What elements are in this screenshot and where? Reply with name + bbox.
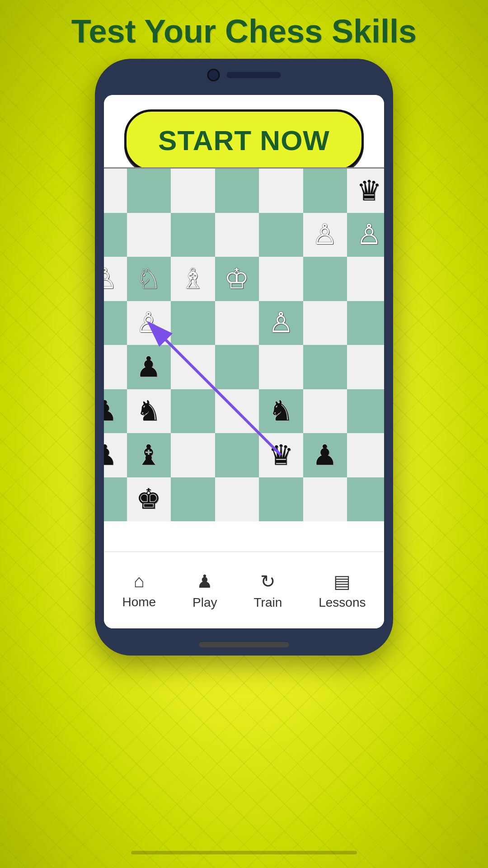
piece-3-4: ♙ bbox=[268, 309, 294, 337]
cell-5-0[interactable]: ♟ bbox=[104, 389, 127, 434]
cell-0-1[interactable] bbox=[127, 169, 171, 213]
cell-1-2[interactable] bbox=[171, 213, 215, 257]
phone-camera bbox=[207, 69, 220, 81]
piece-4-1: ♟ bbox=[136, 353, 161, 381]
cell-7-6[interactable] bbox=[347, 477, 384, 522]
cell-0-3[interactable] bbox=[215, 169, 259, 213]
nav-home[interactable]: ⌂ Home bbox=[122, 571, 156, 609]
cell-5-6[interactable] bbox=[347, 389, 384, 434]
phone-screen: START NOW ♛♜♙♙♙♘♗♔♙♙♟♟♞♞♟♝♛♟♟♚ ⌂ Home ♟ … bbox=[104, 95, 384, 628]
piece-6-1: ♝ bbox=[136, 441, 161, 469]
bottom-navigation: ⌂ Home ♟ Play ↻ Train ▤ Lessons bbox=[104, 552, 384, 628]
cell-4-1[interactable]: ♟ bbox=[127, 345, 171, 389]
nav-train-label: Train bbox=[254, 595, 282, 610]
cell-3-1[interactable]: ♙ bbox=[127, 301, 171, 345]
cell-2-0[interactable]: ♙ bbox=[104, 257, 127, 301]
piece-5-4: ♞ bbox=[268, 397, 294, 425]
page-title: Test Your Chess Skills bbox=[0, 14, 488, 49]
cell-1-5[interactable]: ♙ bbox=[303, 213, 347, 257]
cell-1-1[interactable] bbox=[127, 213, 171, 257]
cell-7-0[interactable] bbox=[104, 477, 127, 522]
cell-3-3[interactable] bbox=[215, 301, 259, 345]
piece-1-6: ♙ bbox=[357, 221, 382, 249]
cell-5-5[interactable] bbox=[303, 389, 347, 434]
piece-6-5: ♟ bbox=[312, 441, 338, 469]
chess-board[interactable]: ♛♜♙♙♙♘♗♔♙♙♟♟♞♞♟♝♛♟♟♚ bbox=[104, 167, 384, 520]
nav-play-label: Play bbox=[192, 595, 217, 610]
cell-6-0[interactable]: ♟ bbox=[104, 433, 127, 477]
nav-train[interactable]: ↻ Train bbox=[254, 571, 282, 610]
cell-4-4[interactable] bbox=[259, 345, 303, 389]
cell-6-2[interactable] bbox=[171, 433, 215, 477]
nav-home-label: Home bbox=[122, 595, 156, 609]
cell-0-2[interactable] bbox=[171, 169, 215, 213]
cell-0-0[interactable] bbox=[104, 169, 127, 213]
piece-6-0: ♟ bbox=[104, 441, 117, 469]
cell-7-1[interactable]: ♚ bbox=[127, 477, 171, 522]
cell-4-5[interactable] bbox=[303, 345, 347, 389]
nav-play[interactable]: ♟ Play bbox=[192, 571, 217, 610]
cell-5-1[interactable]: ♞ bbox=[127, 389, 171, 434]
start-now-button[interactable]: START NOW bbox=[124, 109, 364, 171]
cell-2-6[interactable] bbox=[347, 257, 384, 301]
piece-6-4: ♛ bbox=[268, 441, 294, 469]
cell-6-5[interactable]: ♟ bbox=[303, 433, 347, 477]
train-icon: ↻ bbox=[260, 571, 276, 592]
cell-2-4[interactable] bbox=[259, 257, 303, 301]
cell-2-5[interactable] bbox=[303, 257, 347, 301]
cell-6-3[interactable] bbox=[215, 433, 259, 477]
piece-7-1: ♚ bbox=[136, 485, 161, 513]
cell-6-6[interactable] bbox=[347, 433, 384, 477]
cell-5-2[interactable] bbox=[171, 389, 215, 434]
cell-0-4[interactable] bbox=[259, 169, 303, 213]
bottom-indicator-bar bbox=[131, 851, 357, 854]
cell-0-6[interactable]: ♛ bbox=[347, 169, 384, 213]
cell-4-6[interactable] bbox=[347, 345, 384, 389]
phone-notch bbox=[207, 69, 281, 81]
cell-5-3[interactable] bbox=[215, 389, 259, 434]
cell-3-4[interactable]: ♙ bbox=[259, 301, 303, 345]
piece-5-0: ♟ bbox=[104, 397, 117, 425]
chess-board-container: ♛♜♙♙♙♘♗♔♙♙♟♟♞♞♟♝♛♟♟♚ bbox=[104, 167, 384, 520]
cell-2-2[interactable]: ♗ bbox=[171, 257, 215, 301]
cell-7-3[interactable] bbox=[215, 477, 259, 522]
phone-home-button[interactable] bbox=[199, 642, 289, 647]
cell-2-1[interactable]: ♘ bbox=[127, 257, 171, 301]
piece-0-6: ♛ bbox=[357, 177, 382, 205]
play-icon: ♟ bbox=[197, 571, 213, 592]
cell-7-2[interactable] bbox=[171, 477, 215, 522]
phone-frame: START NOW ♛♜♙♙♙♘♗♔♙♙♟♟♞♞♟♝♛♟♟♚ ⌂ Home ♟ … bbox=[95, 59, 393, 656]
cell-1-4[interactable] bbox=[259, 213, 303, 257]
cell-3-0[interactable] bbox=[104, 301, 127, 345]
nav-lessons-label: Lessons bbox=[319, 595, 366, 610]
piece-5-1: ♞ bbox=[136, 397, 161, 425]
piece-2-1: ♘ bbox=[136, 265, 161, 293]
cell-7-4[interactable] bbox=[259, 477, 303, 522]
piece-2-2: ♗ bbox=[180, 265, 206, 293]
nav-lessons[interactable]: ▤ Lessons bbox=[319, 571, 366, 610]
cell-1-6[interactable]: ♙ bbox=[347, 213, 384, 257]
home-icon: ⌂ bbox=[134, 571, 145, 591]
cell-7-5[interactable] bbox=[303, 477, 347, 522]
cell-2-3[interactable]: ♔ bbox=[215, 257, 259, 301]
piece-2-0: ♙ bbox=[104, 265, 117, 293]
cell-3-5[interactable] bbox=[303, 301, 347, 345]
piece-3-1: ♙ bbox=[136, 309, 161, 337]
lessons-icon: ▤ bbox=[333, 571, 351, 592]
cell-6-1[interactable]: ♝ bbox=[127, 433, 171, 477]
cell-6-4[interactable]: ♛ bbox=[259, 433, 303, 477]
cell-4-0[interactable] bbox=[104, 345, 127, 389]
cell-0-5[interactable] bbox=[303, 169, 347, 213]
cell-4-2[interactable] bbox=[171, 345, 215, 389]
cell-1-0[interactable] bbox=[104, 213, 127, 257]
cell-3-6[interactable] bbox=[347, 301, 384, 345]
phone-speaker bbox=[227, 72, 281, 78]
cell-4-3[interactable] bbox=[215, 345, 259, 389]
piece-1-5: ♙ bbox=[312, 221, 338, 249]
cell-1-3[interactable] bbox=[215, 213, 259, 257]
piece-2-3: ♔ bbox=[224, 265, 249, 293]
cell-3-2[interactable] bbox=[171, 301, 215, 345]
cell-5-4[interactable]: ♞ bbox=[259, 389, 303, 434]
